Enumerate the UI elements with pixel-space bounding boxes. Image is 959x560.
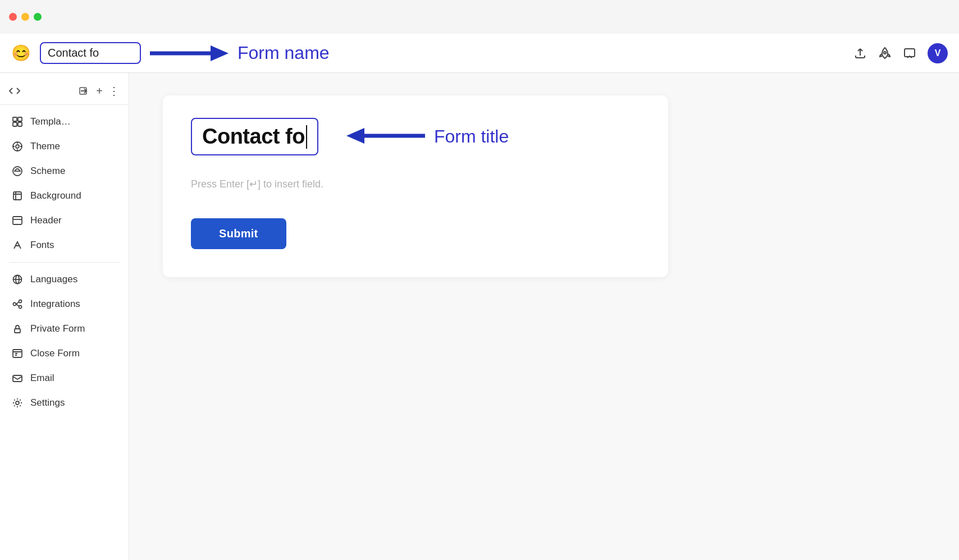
user-avatar[interactable]: V xyxy=(928,43,948,63)
arrow-left-icon xyxy=(346,126,425,148)
form-title-text: Contact fo xyxy=(202,125,305,149)
sidebar-divider-1 xyxy=(9,262,120,263)
sidebar-item-label: Email xyxy=(30,373,54,384)
svg-point-22 xyxy=(16,401,19,405)
languages-icon xyxy=(11,274,24,284)
svg-rect-5 xyxy=(13,117,17,121)
svg-rect-19 xyxy=(15,329,20,333)
close-button[interactable] xyxy=(9,13,17,21)
add-block-button[interactable]: + xyxy=(96,85,103,98)
sidebar-item-label: Fonts xyxy=(30,240,54,251)
private-icon xyxy=(11,324,24,334)
sidebar-item-header[interactable]: Header xyxy=(0,208,129,233)
svg-rect-21 xyxy=(13,375,22,382)
sidebar-item-label: Languages xyxy=(30,274,77,285)
sidebar-item-label: Close Form xyxy=(30,348,80,359)
sidebar-item-background[interactable]: Background xyxy=(0,183,129,208)
sidebar: + ⋮ Templa… xyxy=(0,73,129,560)
chat-button[interactable] xyxy=(903,47,916,60)
svg-rect-12 xyxy=(13,192,21,200)
svg-point-2 xyxy=(884,52,886,54)
rocket-button[interactable] xyxy=(878,47,892,60)
sidebar-item-email[interactable]: Email xyxy=(0,366,129,391)
sidebar-item-private-form[interactable]: Private Form xyxy=(0,316,129,341)
delete-block-button[interactable] xyxy=(79,86,90,96)
header-actions: V xyxy=(853,43,948,63)
fonts-icon xyxy=(11,240,24,250)
form-name-input[interactable] xyxy=(40,42,141,64)
header-bar: 😊 Form name xyxy=(0,34,959,73)
arrow-right-icon xyxy=(150,43,229,63)
sidebar-item-fonts[interactable]: Fonts xyxy=(0,233,129,258)
form-name-label: Form name xyxy=(238,43,330,63)
sidebar-item-label: Background xyxy=(30,190,81,201)
integrations-icon xyxy=(11,299,24,309)
sidebar-item-templates[interactable]: Templa… xyxy=(0,109,129,134)
background-icon xyxy=(11,191,24,201)
fullscreen-button[interactable] xyxy=(34,13,42,21)
svg-rect-8 xyxy=(18,122,22,126)
traffic-lights xyxy=(9,13,42,21)
header-icon xyxy=(11,215,24,226)
svg-point-10 xyxy=(16,145,19,148)
export-button[interactable] xyxy=(853,47,867,60)
sidebar-item-label: Private Form xyxy=(30,323,85,334)
sidebar-top-bar: + ⋮ xyxy=(0,82,129,105)
sidebar-item-close-form[interactable]: Close Form xyxy=(0,341,129,366)
sidebar-item-theme[interactable]: Theme xyxy=(0,134,129,159)
main-content: + ⋮ Templa… xyxy=(0,73,959,560)
svg-point-18 xyxy=(19,306,22,309)
svg-marker-1 xyxy=(211,45,229,61)
grid-icon xyxy=(11,117,24,127)
code-toggle-button[interactable] xyxy=(9,86,20,95)
svg-rect-13 xyxy=(13,217,22,224)
form-name-annotation: Form name xyxy=(150,43,844,63)
sidebar-top-icons xyxy=(9,86,20,95)
field-hint[interactable]: Press Enter [↵] to insert field. xyxy=(191,172,640,196)
sidebar-item-scheme[interactable]: Scheme xyxy=(0,159,129,183)
sidebar-item-label: Settings xyxy=(30,397,65,408)
svg-point-17 xyxy=(19,300,22,303)
sidebar-item-languages[interactable]: Languages xyxy=(0,267,129,292)
minimize-button[interactable] xyxy=(21,13,29,21)
text-cursor xyxy=(306,125,307,149)
sidebar-item-label: Templa… xyxy=(30,116,71,127)
close-form-icon xyxy=(11,348,24,359)
settings-icon xyxy=(11,398,24,408)
scheme-icon xyxy=(11,166,24,176)
form-title-row: Contact fo Form title xyxy=(191,118,640,155)
svg-rect-6 xyxy=(18,117,22,121)
form-title-annotation-label: Form title xyxy=(434,126,509,147)
sidebar-item-label: Integrations xyxy=(30,299,80,310)
form-title-box: Contact fo xyxy=(191,118,318,155)
canvas-area: Contact fo Form title Press Enter [↵] to… xyxy=(129,73,959,560)
form-title-input-wrapper[interactable]: Contact fo xyxy=(191,118,318,155)
sidebar-item-integrations[interactable]: Integrations xyxy=(0,292,129,316)
title-bar xyxy=(0,0,959,34)
svg-rect-7 xyxy=(13,122,17,126)
more-options-button[interactable]: ⋮ xyxy=(108,84,120,98)
submit-button[interactable]: Submit xyxy=(191,218,286,249)
form-block: Contact fo Form title Press Enter [↵] to… xyxy=(163,95,668,277)
sidebar-item-label: Theme xyxy=(30,141,60,152)
svg-point-16 xyxy=(13,303,16,306)
theme-icon xyxy=(11,141,24,152)
sidebar-item-label: Scheme xyxy=(30,166,65,177)
sidebar-item-settings[interactable]: Settings xyxy=(0,391,129,415)
email-icon xyxy=(11,373,24,383)
app-logo: 😊 xyxy=(11,44,31,62)
sidebar-item-label: Header xyxy=(30,215,62,226)
form-title-annotation: Form title xyxy=(346,126,509,148)
